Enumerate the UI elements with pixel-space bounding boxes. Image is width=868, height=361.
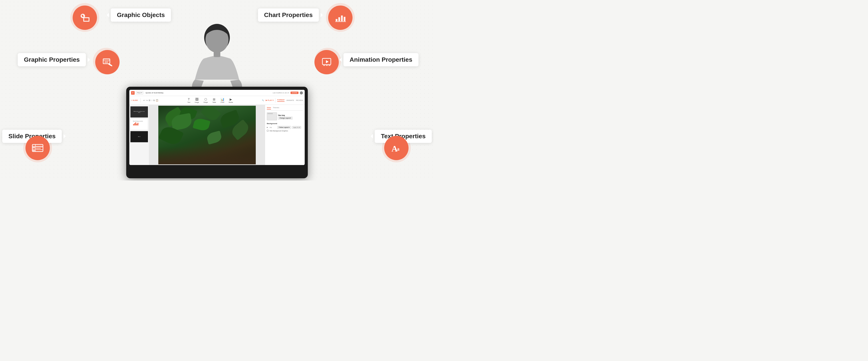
animate-tab[interactable]: ANIMATE bbox=[286, 99, 294, 101]
graphic-objects-circle[interactable] bbox=[73, 5, 97, 30]
toolbar-center: T Text 🖼 Image ⬡ Shape ⊞ bbox=[161, 98, 259, 103]
graphic-properties-circle[interactable] bbox=[95, 50, 120, 74]
toolbar-icons: ↩ ↪ ⊞ ↕ ⧉ 📋 bbox=[143, 99, 158, 102]
svg-rect-5 bbox=[336, 19, 337, 21]
hide-bg-checkbox[interactable] bbox=[267, 130, 269, 132]
fill-row: ▶ Fill Follow Layout ▾ Apply To All bbox=[267, 126, 303, 129]
undo-icon[interactable]: ↩ bbox=[143, 99, 145, 102]
graphic-properties-icon bbox=[102, 57, 113, 68]
hide-bg-row: Hide Background Graphics bbox=[267, 130, 303, 132]
text-properties-circle[interactable]: A a bbox=[384, 136, 408, 160]
app-main: 1 Welcome the goals you care about 2 Why… bbox=[129, 105, 305, 165]
redo-icon[interactable]: ↪ bbox=[146, 99, 148, 102]
slide-thumb-1[interactable]: 1 Welcome the goals you care about bbox=[130, 106, 148, 118]
svg-rect-24 bbox=[33, 147, 35, 149]
svg-text:a: a bbox=[397, 146, 399, 152]
graphic-properties-callout: Graphic Properties bbox=[18, 53, 86, 66]
play-button[interactable]: ▶ PLAY ▾ bbox=[266, 99, 274, 101]
file-menu[interactable]: FILE ▾ bbox=[136, 91, 143, 94]
monitor-wrapper: D FILE ▾ Quotes of Scott Belsky Last mod… bbox=[126, 87, 308, 178]
svg-rect-28 bbox=[36, 149, 42, 150]
tab-title: Quotes of Scott Belsky bbox=[146, 92, 271, 94]
svg-rect-6 bbox=[338, 17, 340, 21]
shape-tool-icon: ⬡ bbox=[205, 98, 207, 101]
media-tool-icon: ▶ bbox=[229, 98, 232, 101]
follow-layout-dropdown[interactable]: Follow Layout ▾ bbox=[277, 126, 291, 129]
text-properties-icon: A a bbox=[390, 142, 403, 154]
zoom-icon[interactable]: 🔍 bbox=[262, 100, 264, 101]
person-svg bbox=[182, 18, 252, 97]
app-toolbar: + SLIDE ↩ ↪ ⊞ ↕ ⧉ 📋 T Text bbox=[129, 96, 305, 105]
app-logo: D bbox=[131, 91, 135, 95]
topbar-right: Last modified on Jan 23 SHARE bbox=[273, 91, 303, 94]
monitor-screen: D FILE ▾ Quotes of Scott Belsky Last mod… bbox=[129, 90, 305, 165]
app-topbar: D FILE ▾ Quotes of Scott Belsky Last mod… bbox=[129, 90, 305, 96]
layout-label: Title Only bbox=[278, 114, 293, 116]
share-button[interactable]: SHARE bbox=[290, 92, 299, 94]
shape-tool[interactable]: ⬡ Shape bbox=[204, 98, 208, 103]
chart-tool[interactable]: 📊 Chart bbox=[221, 98, 224, 103]
svg-point-4 bbox=[82, 15, 83, 16]
format-icon-2[interactable]: ↕ bbox=[151, 99, 152, 102]
image-tool[interactable]: 🖼 Image bbox=[195, 98, 199, 103]
themes-tab[interactable]: Themes bbox=[273, 107, 279, 109]
slide-properties-circle[interactable] bbox=[26, 136, 50, 160]
table-tool-icon: ⊞ bbox=[213, 98, 215, 101]
format-icon-1[interactable]: ⊞ bbox=[149, 99, 150, 102]
apply-button[interactable]: Apply To All bbox=[292, 126, 301, 129]
svg-rect-26 bbox=[36, 148, 41, 149]
svg-rect-25 bbox=[36, 147, 42, 147]
animation-properties-callout: Animation Properties bbox=[343, 53, 418, 66]
media-tool[interactable]: ▶ Media bbox=[229, 98, 233, 103]
monitor-stand bbox=[204, 165, 230, 169]
text-tool[interactable]: T Text bbox=[187, 98, 190, 103]
svg-marker-17 bbox=[326, 60, 329, 63]
chart-tool-icon: 📊 bbox=[221, 98, 224, 101]
svg-rect-8 bbox=[344, 17, 345, 21]
text-tool-icon: T bbox=[188, 98, 190, 101]
graphic-objects-label: Graphic Objects bbox=[117, 11, 165, 19]
panel-tabs: Slide Themes bbox=[267, 107, 303, 110]
slide-tab[interactable]: Slide bbox=[267, 107, 271, 109]
app-ui: D FILE ▾ Quotes of Scott Belsky Last mod… bbox=[129, 90, 305, 165]
canvas-area bbox=[149, 105, 265, 165]
graphic-objects-icon bbox=[79, 13, 91, 23]
chart-properties-label: Chart Properties bbox=[264, 11, 313, 19]
svg-rect-33 bbox=[214, 51, 220, 57]
format-tab[interactable]: FORMAT bbox=[277, 99, 285, 102]
table-tool[interactable]: ⊞ Table bbox=[212, 98, 216, 103]
animation-properties-label: Animation Properties bbox=[350, 56, 412, 63]
chart-properties-circle[interactable] bbox=[328, 5, 352, 30]
last-modified: Last modified on Jan 23 bbox=[273, 92, 289, 94]
graphic-objects-callout: Graphic Objects bbox=[111, 8, 171, 22]
right-panel: Slide Themes Title Only bbox=[265, 105, 305, 165]
background-title: Background bbox=[267, 123, 303, 125]
add-slide-button[interactable]: + SLIDE bbox=[131, 99, 138, 101]
slide-thumb-2[interactable]: 2 Why do the things you care about bbox=[130, 119, 148, 130]
slide-thumb-3[interactable]: 3 After all bbox=[130, 131, 148, 142]
svg-rect-2 bbox=[84, 18, 89, 21]
slide-panel: 1 Welcome the goals you care about 2 Why… bbox=[129, 105, 149, 165]
graphic-properties-label: Graphic Properties bbox=[24, 56, 80, 63]
hide-bg-label: Hide Background Graphics bbox=[270, 130, 288, 132]
monitor: D FILE ▾ Quotes of Scott Belsky Last mod… bbox=[126, 87, 308, 178]
layout-preview bbox=[267, 112, 277, 120]
person-silhouette bbox=[182, 18, 252, 98]
user-avatar bbox=[300, 91, 303, 94]
layout-row: Title Only Change Layout ▾ bbox=[267, 112, 303, 122]
svg-rect-27 bbox=[33, 149, 35, 151]
image-tool-icon: 🖼 bbox=[195, 98, 198, 101]
slide-canvas bbox=[158, 106, 256, 164]
copy-icon[interactable]: ⧉ bbox=[153, 99, 155, 102]
animation-properties-circle[interactable] bbox=[314, 50, 339, 74]
review-tab[interactable]: REVIEW bbox=[296, 99, 303, 101]
change-layout-button[interactable]: Change Layout ▾ bbox=[278, 117, 293, 120]
toolbar-right: 🔍 ▶ PLAY ▾ FORMAT ANIMATE REVIEW bbox=[262, 98, 303, 103]
chart-properties-callout: Chart Properties bbox=[258, 8, 319, 22]
fill-toggle[interactable]: ▶ bbox=[267, 127, 268, 128]
animation-properties-icon bbox=[321, 57, 332, 68]
paste-icon[interactable]: 📋 bbox=[156, 99, 158, 102]
chart-properties-icon bbox=[334, 13, 346, 23]
slide-properties-icon bbox=[31, 143, 44, 153]
svg-rect-7 bbox=[341, 15, 343, 21]
